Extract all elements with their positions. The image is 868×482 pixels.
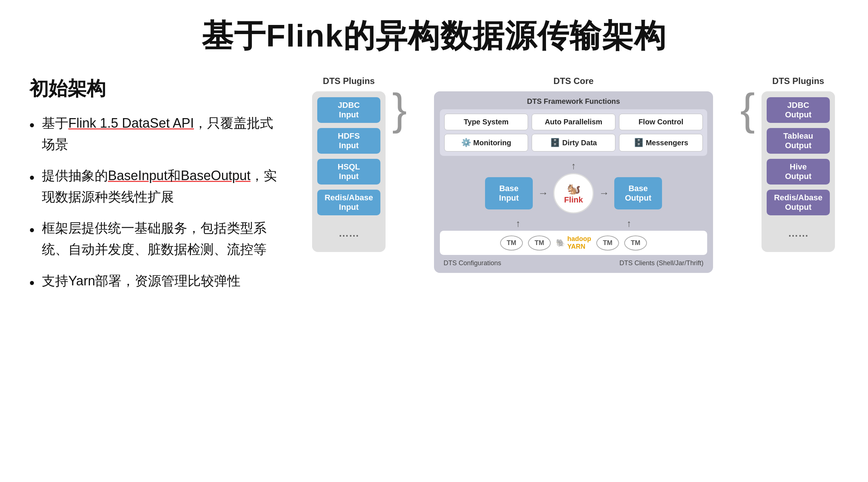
functions-row-2: ⚙️ Monitoring 🗄️ Dirty Data 🗄️ Messenger… [444,134,703,151]
flink-logo: 🐿️ Flink [553,173,594,213]
hadoop-yarn-logo: 🐘 hadoopYARN [556,235,591,251]
bullet-text-2: 提供抽象的BaseInput和BaseOutput，实现数据源种类线性扩展 [42,165,286,207]
redis-output: Redis/AbaseOutput [767,190,830,215]
flow-control: Flow Control [619,114,703,130]
dts-configurations: DTS Configurations [444,259,501,267]
hadoop-icon: 🐘 [556,238,565,247]
core-label: DTS Core [553,76,593,86]
left-brace: } [392,76,407,131]
section-heading: 初始架构 [29,76,286,102]
dirty-data: 🗄️ Dirty Data [532,134,615,151]
config-row: DTS Configurations DTS Clients (Shell/Ja… [440,259,707,267]
up-arrow-2: ↑ ↑ [440,218,707,229]
base-output: BaseOutput [614,177,662,209]
hadoop-text: hadoopYARN [567,235,591,251]
bullet-dot: • [29,113,35,137]
hive-output: HiveOutput [767,159,830,185]
base-input: BaseInput [485,177,533,209]
auto-parallelism: Auto Parallelism [532,114,615,130]
arrow-to-output: → [599,187,609,199]
monitoring: ⚙️ Monitoring [444,134,528,151]
hdfs-input: HDFSInput [317,128,380,154]
bullet-text-3: 框架层提供统一基础服务，包括类型系统、自动并发度、脏数据检测、流控等 [42,218,286,260]
flink-squirrel-icon: 🐿️ [567,182,581,195]
right-brace: { [740,76,755,131]
jdbc-output: JDBCOutput [767,97,830,123]
dts-plugins-right: DTS Plugins JDBCOutput TableauOutput Hiv… [758,76,839,252]
left-plugin-label: DTS Plugins [323,76,375,86]
functions-box: Type System Auto Parallelism Flow Contro… [440,109,707,156]
yarn-row: TM TM 🐘 hadoopYARN TM TM [440,231,707,255]
list-item: • 基于Flink 1.5 DataSet API，只覆盖批式场景 [29,113,286,155]
messengers-icon: 🗄️ [634,138,644,147]
more-input: …… [317,220,380,246]
bullet-dot: • [29,166,35,189]
dts-plugins-left: DTS Plugins JDBCInput HDFSInput HSQLInpu… [308,76,389,252]
jdbc-input: JDBCInput [317,97,380,123]
tm-3: TM [596,235,619,251]
core-middle: BaseInput → 🐿️ Flink → BaseOutput [440,173,707,213]
left-plugin-box: JDBCInput HDFSInput HSQLInput Redis/Abas… [312,91,386,252]
bullet-dot: • [29,218,35,242]
messengers: 🗄️ Messengers [619,134,703,151]
tm-2: TM [528,235,551,251]
bullet-list: • 基于Flink 1.5 DataSet API，只覆盖批式场景 • 提供抽象… [29,113,286,295]
diagram-area: DTS Plugins JDBCInput HDFSInput HSQLInpu… [308,76,839,273]
list-item: • 支持Yarn部署，资源管理比较弹性 [29,270,286,295]
bullet-text-1: 基于Flink 1.5 DataSet API，只覆盖批式场景 [42,113,286,155]
left-panel: 初始架构 • 基于Flink 1.5 DataSet API，只覆盖批式场景 •… [29,76,286,305]
arch-diagram: DTS Plugins JDBCInput HDFSInput HSQLInpu… [308,76,839,273]
flink-text: Flink [564,195,583,205]
tm-4: TM [624,235,647,251]
monitoring-icon: ⚙️ [461,138,471,147]
list-item: • 框架层提供统一基础服务，包括类型系统、自动并发度、脏数据检测、流控等 [29,218,286,260]
bullet-text-4: 支持Yarn部署，资源管理比较弹性 [42,270,240,292]
hsql-input: HSQLInput [317,159,380,185]
dirty-data-icon: 🗄️ [550,138,560,147]
right-plugin-box: JDBCOutput TableauOutput HiveOutput Redi… [762,91,835,252]
up-arrow-1: ↑ [440,160,707,172]
main-title: 基于Flink的异构数据源传输架构 [29,15,839,58]
dts-clients: DTS Clients (Shell/Jar/Thrift) [619,259,704,267]
functions-row-1: Type System Auto Parallelism Flow Contro… [444,114,703,130]
list-item: • 提供抽象的BaseInput和BaseOutput，实现数据源种类线性扩展 [29,165,286,207]
arrow-to-flink: → [538,187,548,199]
type-system: Type System [444,114,528,130]
redis-input: Redis/AbaseInput [317,190,380,215]
tm-1: TM [500,235,523,251]
core-outer-box: DTS Framework Functions Type System Auto… [434,91,713,273]
more-output: …… [767,220,830,246]
right-plugin-label: DTS Plugins [772,76,824,86]
tableau-output: TableauOutput [767,128,830,154]
functions-label: DTS Framework Functions [440,97,707,106]
bullet-dot: • [29,271,35,295]
content-area: 初始架构 • 基于Flink 1.5 DataSet API，只覆盖批式场景 •… [29,76,839,305]
dts-core: DTS Core DTS Framework Functions Type Sy… [410,76,737,273]
